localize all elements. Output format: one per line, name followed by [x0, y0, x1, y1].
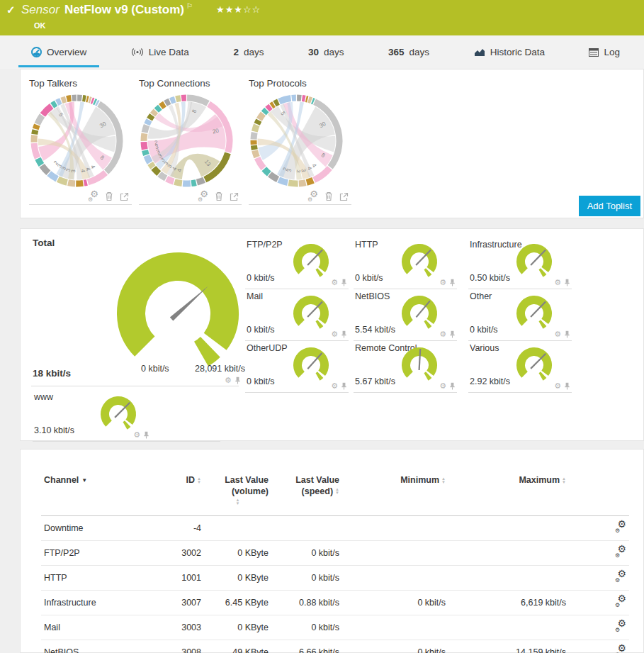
table-row-netbios: NetBIOS300849 KByte6.66 kbit/s0 kbit/s14…: [41, 640, 629, 653]
gear-icon[interactable]: ⚙: [439, 330, 446, 339]
gear-icon[interactable]: ⚙: [331, 381, 338, 391]
flag-icon[interactable]: ⚐: [186, 2, 193, 10]
pin-icon[interactable]: [449, 330, 456, 338]
column-label: ID: [186, 475, 196, 485]
gear-icon[interactable]: ⚙: [331, 330, 338, 339]
gauge-cell-ftp-p2p[interactable]: FTP/P2P0 kbit/s⚙: [245, 238, 349, 289]
pin-icon[interactable]: [449, 382, 456, 390]
tab-label: days: [409, 47, 430, 57]
divider: [249, 204, 351, 205]
gauge-cell-infrastructure[interactable]: Infrastructure0.50 kbit/s⚙: [468, 238, 572, 289]
delete-icon[interactable]: [215, 191, 223, 201]
open-icon[interactable]: [339, 192, 349, 201]
table-row-ftp-p2p: FTP/P2P30020 KByte0 kbit/s⚙⚙: [41, 541, 629, 566]
delete-icon[interactable]: [324, 191, 333, 201]
gauge-value: 0 kbit/s: [247, 325, 275, 335]
column-header-id[interactable]: ID▲▼: [154, 469, 204, 516]
channel-value-cell: 3002: [154, 541, 204, 566]
chord-diagram[interactable]: 3085443332: [249, 93, 344, 191]
gear-icon[interactable]: ⚙: [439, 381, 446, 391]
toplist-card-top-connections[interactable]: Top Connections82013443333332⚙⚙: [139, 78, 242, 205]
channel-settings-icon[interactable]: ⚙⚙: [615, 522, 626, 532]
toplist-card-top-protocols[interactable]: Top Protocols3085443332⚙⚙: [249, 78, 351, 205]
priority-stars[interactable]: ★★★☆☆: [216, 4, 261, 15]
tab-days-365[interactable]: 365days: [385, 35, 432, 69]
channel-settings-icon[interactable]: ⚙⚙: [615, 596, 626, 607]
tab-live-data[interactable]: Live Data: [128, 35, 192, 69]
channel-name-cell: Infrastructure: [41, 591, 154, 615]
total-gauge-value: 18 kbit/s: [33, 368, 71, 379]
pin-icon[interactable]: [341, 330, 347, 338]
gear-icon[interactable]: ⚙: [225, 376, 232, 385]
pin-icon[interactable]: [341, 279, 347, 286]
gauge-cell-http[interactable]: HTTP0 kbit/s⚙: [354, 238, 457, 289]
pin-icon[interactable]: [564, 279, 570, 286]
channel-settings-icon[interactable]: ⚙⚙: [615, 571, 626, 582]
tab-days-30[interactable]: 30days: [305, 35, 347, 69]
channel-name-cell: HTTP: [41, 566, 154, 591]
column-label: Last Value (volume): [225, 475, 269, 496]
channel-value-cell: 49 KByte: [204, 640, 271, 653]
column-header-channel[interactable]: Channel▼: [41, 469, 154, 516]
open-icon[interactable]: [230, 192, 239, 201]
gear-icon[interactable]: ⚙: [331, 278, 338, 287]
gauge-cell-mail[interactable]: Mail0 kbit/s⚙: [245, 290, 349, 341]
gauge-cell-netbios[interactable]: NetBIOS5.54 kbit/s⚙: [354, 290, 457, 341]
column-header-actions: [569, 469, 629, 516]
gauges-panel: Total 0 kbit/s 28,091 kbit/s 18 kbit/s ⚙…: [20, 228, 644, 441]
pin-icon[interactable]: [143, 431, 149, 439]
channel-settings-icon[interactable]: ⚙⚙: [615, 621, 626, 632]
gear-icon[interactable]: ⚙: [554, 330, 561, 339]
tab-overview[interactable]: Overview: [28, 35, 89, 69]
column-header-last-value[interactable]: Last Value (speed)▲▼: [271, 469, 342, 516]
gear-icon[interactable]: ⚙: [439, 278, 446, 287]
pin-icon[interactable]: [564, 382, 570, 390]
tab-days-2[interactable]: 2days: [230, 35, 266, 69]
gauge-label: HTTP: [355, 240, 378, 250]
settings-icon[interactable]: ⚙⚙: [88, 191, 98, 201]
channel-settings-icon[interactable]: ⚙⚙: [615, 646, 626, 653]
add-toplist-button[interactable]: Add Toplist: [579, 196, 640, 216]
gauge-cell-remote-control[interactable]: Remote Control5.67 kbit/s⚙: [354, 342, 457, 393]
gauge-cell-other[interactable]: Other0 kbit/s⚙: [468, 290, 572, 341]
delete-icon[interactable]: [105, 191, 113, 201]
settings-icon[interactable]: ⚙⚙: [307, 191, 318, 201]
pin-icon[interactable]: [449, 279, 456, 286]
total-gauge-max: 28,091 kbit/s: [195, 364, 245, 374]
tab-label: Live Data: [149, 47, 189, 57]
pin-icon[interactable]: [341, 382, 347, 390]
tab-log[interactable]: Log: [586, 35, 623, 69]
sort-icon[interactable]: ▲▼: [197, 477, 201, 484]
sort-icon[interactable]: ▲▼: [562, 477, 566, 484]
column-label: Last Value (speed): [295, 475, 339, 496]
sensor-header: ✓ SensorNetFlow v9 (Custom)⚐ ★★★☆☆ OK: [0, 0, 644, 35]
gauge-cell-otherudp[interactable]: OtherUDP0 kbit/s⚙: [245, 342, 349, 393]
settings-icon[interactable]: ⚙⚙: [198, 191, 208, 201]
channel-value-cell: 0 kbit/s: [271, 541, 342, 566]
chord-diagram[interactable]: 82013443333332: [139, 93, 235, 191]
sort-icon[interactable]: ▲▼: [207, 498, 269, 506]
tab-historic-data[interactable]: Historic Data: [471, 35, 548, 69]
column-header-maximum[interactable]: Maximum▲▼: [448, 469, 569, 516]
channel-table-panel: Channel▼ID▲▼Last Value (volume)▲▼Last Va…: [20, 449, 644, 653]
gauge-cell-www[interactable]: www3.10 kbit/s⚙: [33, 391, 220, 442]
toplist-title: Top Connections: [139, 78, 242, 89]
gauge-cell-various[interactable]: Various2.92 kbit/s⚙: [468, 342, 572, 393]
sort-icon[interactable]: ▲▼: [441, 477, 446, 484]
sort-icon[interactable]: ▲▼: [335, 488, 339, 495]
pin-icon[interactable]: [235, 376, 241, 384]
total-gauge-min: 0 kbit/s: [141, 364, 169, 374]
toplist-card-top-talkers[interactable]: Top Talkers308544433332⚙⚙: [29, 78, 132, 205]
channel-value-cell: [342, 566, 448, 591]
column-header-last-value[interactable]: Last Value (volume)▲▼: [204, 469, 271, 516]
chord-diagram[interactable]: 308544433332: [29, 93, 125, 191]
column-header-minimum[interactable]: Minimum▲▼: [342, 469, 448, 516]
gear-icon[interactable]: ⚙: [554, 381, 561, 391]
open-icon[interactable]: [120, 192, 129, 201]
toplists-panel: Top Talkers308544433332⚙⚙Top Connections…: [20, 69, 644, 218]
historic-icon: [474, 48, 485, 57]
gauge-dial: [514, 243, 555, 280]
gear-icon[interactable]: ⚙: [554, 278, 561, 287]
channel-settings-icon[interactable]: ⚙⚙: [615, 547, 626, 557]
pin-icon[interactable]: [564, 330, 570, 338]
